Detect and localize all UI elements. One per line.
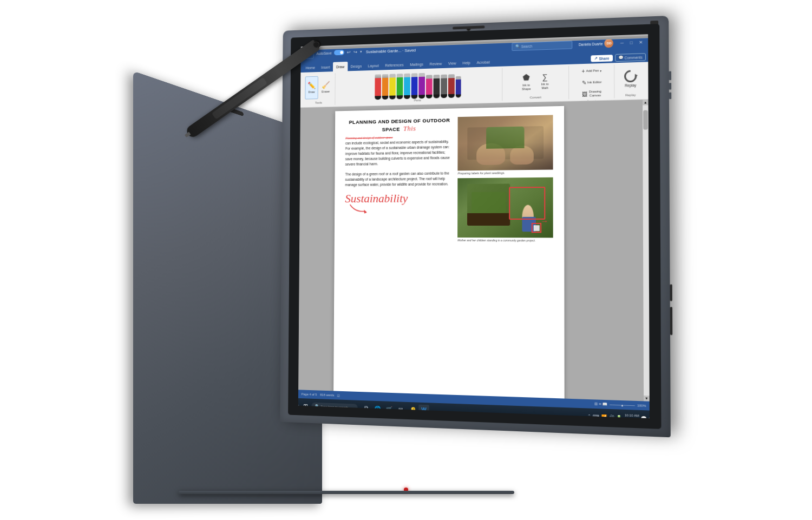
start-button[interactable]: ⊞: [301, 400, 310, 410]
mail-icon: ✉: [398, 406, 403, 412]
tab-draw[interactable]: Draw: [333, 61, 348, 71]
word-taskbar-icon: W: [421, 406, 426, 412]
pens-row: [375, 69, 461, 99]
add-pen-button[interactable]: + Add Pen ▾: [575, 64, 608, 76]
taskbar-search[interactable]: 🔍 Type here to search: [311, 402, 358, 411]
comment-icon: 💬: [618, 55, 623, 60]
drawing-canvas-button[interactable]: 🖼 DrawingCanvas: [575, 88, 608, 100]
tab-mailings[interactable]: Mailings: [407, 59, 427, 69]
document-page: Preparing labels for plant seedlings.: [333, 106, 565, 401]
network-icon[interactable]: 📶: [601, 414, 607, 418]
volume-down-button[interactable]: [669, 92, 671, 98]
ink-to-shape-label: Ink toShape: [522, 83, 531, 90]
ink-to-math-button[interactable]: ∑ Ink toMath: [536, 67, 554, 95]
handwritten-this: This: [403, 124, 416, 132]
autosave-toggle[interactable]: [334, 49, 344, 55]
keyboard-icon[interactable]: ⌨: [593, 413, 600, 418]
scrollbar-vertical[interactable]: ▲ ▼: [643, 100, 650, 401]
battery-icon[interactable]: 🔋: [616, 414, 622, 418]
word-app[interactable]: W: [418, 404, 429, 416]
store-app[interactable]: 🛒: [384, 403, 394, 414]
zoom-level: 100%: [637, 404, 646, 407]
word-count-status: 818 words: [320, 393, 334, 397]
scene: W AutoSave ↩ ↪ ▾ Sustainable Garde... · …: [0, 0, 812, 520]
draw-icon: ✏️: [307, 81, 316, 89]
redo-button[interactable]: ↪: [353, 49, 358, 55]
pen-darkblue[interactable]: [456, 76, 461, 97]
pen-dark1[interactable]: [434, 74, 440, 98]
ink-editor-button[interactable]: ✎ Ink Editor: [575, 76, 608, 88]
pen-darkred[interactable]: [448, 74, 455, 98]
win-close-btn[interactable]: ✕: [637, 40, 645, 45]
win-minimize-btn[interactable]: ─: [619, 40, 625, 45]
tab-acrobat[interactable]: Acrobat: [474, 57, 493, 67]
add-pen-icon: +: [581, 68, 585, 74]
taskview-button[interactable]: ⧉: [361, 402, 371, 413]
convert-group-label: Convert: [530, 95, 541, 99]
red-arrow-annotation: →: [541, 216, 548, 225]
ink-to-math-icon: ∑: [542, 73, 548, 81]
convert-buttons: ⬟ Ink toShape ∑ Ink toMath: [518, 66, 554, 96]
tab-home[interactable]: Home: [303, 62, 318, 72]
power-button[interactable]: [669, 71, 671, 80]
share-button[interactable]: ↗ Share: [591, 55, 613, 62]
pen-yellow[interactable]: [389, 74, 396, 99]
pen-cyan[interactable]: [404, 73, 410, 98]
comments-button[interactable]: 💬 Comments: [615, 53, 646, 62]
win-restore-btn[interactable]: □: [628, 40, 634, 45]
time-display: 10:10 AM 10/1/2019: [624, 412, 639, 418]
doc-title: Sustainable Garde... · Saved: [366, 47, 416, 54]
tab-design[interactable]: Design: [348, 61, 365, 70]
customize-btn[interactable]: ▾: [361, 49, 363, 54]
pen-green[interactable]: [397, 74, 403, 99]
taskbar-search-placeholder: Type here to search: [320, 405, 348, 409]
edge-app[interactable]: 🌐: [372, 403, 383, 414]
laptop-product: W AutoSave ↩ ↪ ▾ Sustainable Garde... · …: [149, 17, 663, 504]
scrollbar-thumb[interactable]: [643, 110, 648, 129]
search-placeholder: Search: [521, 44, 533, 48]
draw-button[interactable]: ✏️ Draw: [305, 76, 318, 99]
scrollbar-down-arrow[interactable]: ▼: [644, 395, 650, 401]
tab-review[interactable]: Review: [427, 58, 445, 69]
scrollbar-up-arrow[interactable]: ▲: [643, 100, 649, 106]
eraser-button[interactable]: 🧹 Eraser: [319, 75, 332, 98]
pen-pink[interactable]: [426, 75, 433, 98]
ink-to-shape-icon: ⬟: [523, 72, 530, 82]
taskbar-sys-tray: ⌃ ⌨ 📶 🔊 🔋 10:10 AM 10/1/2019 💬: [588, 411, 647, 418]
spell-check-icon: ☑: [337, 393, 340, 397]
canvas-label: DrawingCanvas: [589, 90, 601, 97]
undo-button[interactable]: ↩: [347, 49, 351, 55]
screen-hinge-bar: [453, 25, 484, 29]
security-app[interactable]: 🔑: [407, 404, 418, 415]
share-icon: ↗: [594, 56, 598, 61]
ink-editor-label: Ink Editor: [587, 80, 601, 84]
mail-app[interactable]: ✉: [395, 404, 406, 415]
tab-references[interactable]: References: [382, 60, 407, 70]
tools-group: ✏️ Draw 🧹 Eraser Tools: [303, 73, 336, 105]
eraser-icon: 🧹: [322, 81, 330, 89]
photo-garden: → ⬜: [457, 177, 553, 238]
edge-icon: 🌐: [374, 405, 381, 411]
insert-group: + Add Pen ▾ ✎ Ink Editor 🖼: [569, 64, 614, 99]
replay-group: Replay Replay: [615, 63, 646, 98]
zoom-slider[interactable]: ────●────: [610, 402, 635, 407]
ink-replay-button[interactable]: Replay: [617, 64, 644, 93]
pen-gray[interactable]: [441, 74, 447, 98]
speaker-grille2: [670, 284, 672, 301]
pen-red[interactable]: [375, 74, 381, 100]
caption-seedlings: Preparing labels for plant seedlings.: [458, 170, 553, 175]
pen-blue[interactable]: [411, 73, 418, 98]
show-hidden-icons[interactable]: ⌃: [588, 413, 591, 418]
tab-layout[interactable]: Layout: [365, 60, 382, 70]
add-pen-chevron: ▾: [600, 68, 602, 72]
tab-insert[interactable]: Insert: [318, 62, 333, 71]
volume-up-button[interactable]: [669, 83, 671, 89]
replay-group-label: Replay: [625, 93, 636, 97]
tab-help[interactable]: Help: [460, 57, 474, 68]
ink-to-shape-button[interactable]: ⬟ Ink toShape: [518, 68, 535, 95]
tab-view[interactable]: View: [445, 58, 460, 68]
volume-icon[interactable]: 🔊: [609, 414, 615, 418]
pen-purple[interactable]: [418, 73, 425, 98]
notification-button[interactable]: 💬: [641, 415, 647, 418]
pen-orange[interactable]: [382, 74, 389, 99]
